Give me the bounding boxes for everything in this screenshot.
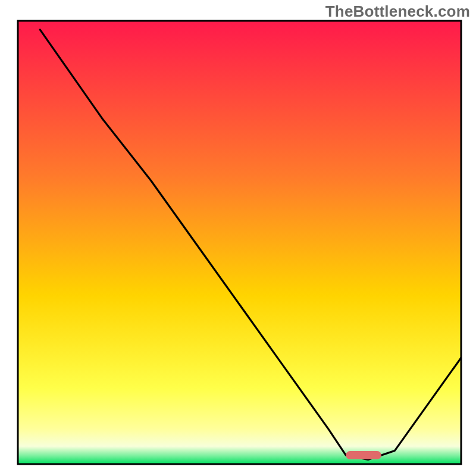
bottleneck-chart xyxy=(0,0,476,476)
watermark-text: TheBottleneck.com xyxy=(325,2,470,21)
optimal-range-marker xyxy=(346,451,381,459)
plot-background xyxy=(18,21,461,464)
